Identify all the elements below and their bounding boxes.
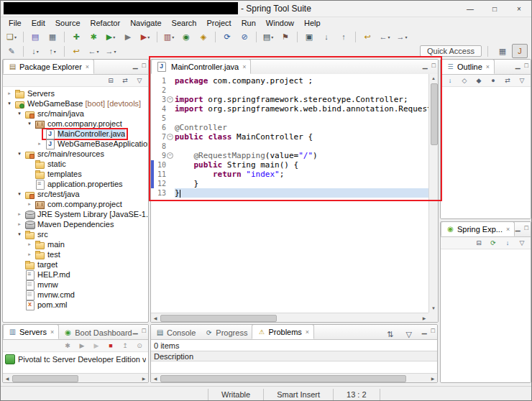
collapse-all-button[interactable]: ⊟: [104, 75, 117, 86]
stop-server-button[interactable]: ■: [104, 340, 117, 351]
new-spring-project-button[interactable]: ✚: [68, 29, 84, 44]
minimize-view-button[interactable]: ▁: [515, 224, 520, 231]
pin-editor-button[interactable]: ✎: [4, 45, 19, 59]
maximize-view-button[interactable]: □: [142, 62, 146, 69]
scroll-up-arrow-icon[interactable]: ▲: [429, 74, 438, 83]
clean-server-button[interactable]: ⊙: [133, 340, 146, 351]
code-text[interactable]: return "index";: [175, 170, 428, 179]
scroll-left-arrow-icon[interactable]: ◀: [151, 374, 160, 382]
publish-server-button[interactable]: ↥: [119, 340, 132, 351]
tree-collapse-arrow-icon[interactable]: ▾: [26, 121, 33, 126]
editor-code[interactable]: 1package com.company.project ;23−import …: [151, 74, 428, 313]
next-annotation-button[interactable]: ↓▾: [27, 45, 43, 59]
menu-source[interactable]: Source: [50, 18, 86, 28]
open-console-button[interactable]: ▤▾: [260, 29, 276, 44]
tree-item-com-company-project[interactable]: ▸com.company.project: [3, 199, 148, 209]
refresh-button[interactable]: ⟳: [487, 237, 500, 249]
hide-static-members-button[interactable]: ◆: [472, 75, 485, 86]
start-server-button[interactable]: ▶: [75, 340, 88, 351]
editor-vertical-scrollbar[interactable]: ▲ ▼: [428, 74, 438, 313]
minimize-view-button[interactable]: ▁: [133, 62, 138, 69]
fold-marker-icon[interactable]: −: [167, 152, 173, 159]
scrollbar-thumb[interactable]: [12, 375, 78, 382]
tree-collapse-arrow-icon[interactable]: ▾: [16, 151, 23, 157]
tree-collapse-arrow-icon[interactable]: ▾: [16, 191, 23, 197]
tab-console[interactable]: Console: [151, 326, 200, 339]
maximize-view-button[interactable]: □: [525, 224, 528, 231]
tab-package-explorer[interactable]: Package Explorer ×: [3, 59, 94, 74]
profile-button[interactable]: ▶: [120, 29, 136, 44]
tree-expand-arrow-icon[interactable]: ▸: [26, 241, 33, 247]
tree-item-templates[interactable]: templates: [3, 169, 148, 179]
sort-button[interactable]: ↓: [501, 237, 514, 249]
menu-file[interactable]: File: [4, 18, 27, 28]
scrollbar-thumb[interactable]: [160, 315, 277, 322]
code-line-13[interactable]: 13}: [151, 188, 428, 198]
maximize-button[interactable]: □: [482, 1, 507, 17]
code-text[interactable]: }: [175, 188, 428, 198]
tree-item-maincontroller-java[interactable]: MainController.java: [3, 129, 148, 139]
tree-expand-arrow-icon[interactable]: ▸: [36, 141, 43, 147]
code-text[interactable]: package com.company.project ;: [175, 76, 428, 86]
tree-item-webgamebase[interactable]: ▾WebGameBase [boot] [devtools]: [3, 98, 148, 109]
quick-access-button[interactable]: Quick Access: [420, 45, 482, 57]
tab-spring-explorer[interactable]: Spring Exp... ×: [441, 221, 515, 236]
view-menu-button[interactable]: ▽: [401, 327, 417, 341]
tree-collapse-arrow-icon[interactable]: ▾: [16, 111, 23, 116]
code-line-9[interactable]: 9− @RequestMapping(value="/"): [151, 151, 428, 160]
save-button[interactable]: ▤: [27, 29, 43, 44]
back-history-button[interactable]: ←▾: [86, 45, 101, 59]
tree-item-help-md[interactable]: HELP.md: [3, 269, 148, 280]
tree-item-test[interactable]: ▸test: [3, 249, 148, 259]
link-with-editor-button[interactable]: ⇄: [501, 75, 514, 86]
tree-item-src[interactable]: ▾src: [3, 229, 148, 239]
view-menu-button[interactable]: ▽: [515, 237, 528, 249]
menu-navigate[interactable]: Navigate: [125, 18, 166, 28]
java-perspective-button[interactable]: J: [512, 44, 528, 58]
debug-button[interactable]: ✱: [86, 29, 101, 44]
tree-item-target[interactable]: target: [3, 259, 148, 269]
close-tab-icon[interactable]: ×: [486, 63, 490, 70]
menu-refactor[interactable]: Refactor: [86, 18, 126, 28]
close-tab-icon[interactable]: ×: [86, 63, 89, 70]
code-text[interactable]: import org.springframework.web.bind.anno…: [175, 104, 428, 114]
scroll-right-arrow-icon[interactable]: ▶: [420, 313, 428, 322]
code-line-11[interactable]: 11 return "index";: [151, 170, 428, 179]
code-text[interactable]: public class MainController {: [175, 132, 428, 142]
fold-marker-icon[interactable]: −: [167, 96, 173, 103]
print-button[interactable]: ▦: [45, 29, 60, 44]
code-line-10[interactable]: 10 public String main() {: [151, 160, 428, 170]
tree-item-servers[interactable]: ▸Servers: [3, 88, 148, 98]
code-line-6[interactable]: 6@Controller: [151, 123, 428, 132]
maximize-view-button[interactable]: □: [525, 62, 528, 69]
code-text[interactable]: @RequestMapping(value="/"): [175, 151, 428, 160]
minimize-button[interactable]: —: [458, 1, 482, 17]
code-text[interactable]: }: [175, 179, 428, 188]
scroll-right-arrow-icon[interactable]: ▶: [428, 374, 437, 382]
previous-edit-button[interactable]: ↑: [336, 29, 352, 44]
scroll-left-arrow-icon[interactable]: ◀: [151, 313, 160, 322]
minimize-view-button[interactable]: ▁: [423, 62, 428, 69]
hide-fields-button[interactable]: ◇: [458, 75, 471, 86]
scroll-left-arrow-icon[interactable]: ◀: [3, 374, 12, 382]
external-tools-button[interactable]: ▶▾: [137, 29, 153, 44]
code-text[interactable]: public String main() {: [175, 160, 428, 170]
new-class-button[interactable]: ◉: [178, 29, 194, 44]
next-edit-button[interactable]: ↓: [318, 29, 334, 44]
new-package-button[interactable]: ◈: [196, 29, 211, 44]
tree-item-com-company-project[interactable]: ▾com.company.project: [3, 119, 148, 129]
tab-servers[interactable]: Servers×: [3, 324, 59, 339]
code-line-5[interactable]: 5: [151, 114, 428, 123]
view-menu-button[interactable]: ▽: [133, 75, 146, 86]
close-tab-icon[interactable]: ×: [506, 226, 510, 233]
maximize-view-button[interactable]: □: [142, 327, 146, 334]
update-maven-project-button[interactable]: ⟳: [219, 29, 235, 44]
maximize-view-button[interactable]: □: [431, 327, 435, 341]
tab-maincontroller-java[interactable]: MainController.java ×: [151, 59, 251, 74]
new-wizard-button[interactable]: ❏▾: [4, 29, 19, 44]
tree-item-src-test-java[interactable]: ▾src/test/java: [3, 189, 148, 199]
previous-annotation-button[interactable]: ↑▾: [45, 45, 60, 59]
code-text[interactable]: @Controller: [175, 123, 428, 132]
close-button[interactable]: ×: [507, 1, 531, 17]
tree-item-src-main-java[interactable]: ▾src/main/java: [3, 109, 148, 119]
